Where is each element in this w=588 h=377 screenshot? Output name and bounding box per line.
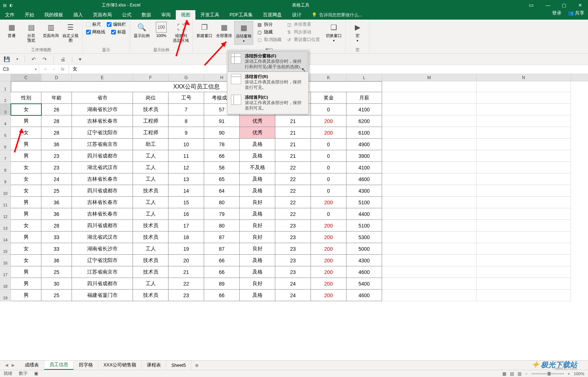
cell[interactable]: 男 (11, 278, 41, 290)
cell[interactable] (477, 104, 571, 115)
cell[interactable]: 91 (204, 115, 240, 127)
cell[interactable] (382, 255, 477, 266)
freeze-first-col-item[interactable]: 冻结首列(C)滚动工作表其余部分时，保持首列可见。 (228, 93, 308, 113)
freeze-panes-split-item[interactable]: 冻结拆分窗格(F)滚动工作表其余部分时，保持行和列可见(基于当前的选择)。 (228, 51, 308, 72)
login-link[interactable]: 登录 (552, 10, 561, 16)
cell[interactable]: 优秀 (240, 127, 275, 139)
cell[interactable]: 23 (275, 255, 311, 266)
cell[interactable]: 25 (41, 185, 72, 197)
column-header-N[interactable]: N (477, 74, 571, 81)
row-header[interactable]: 9 (0, 173, 11, 185)
cell[interactable]: 女 (11, 173, 41, 185)
cell[interactable]: 及格 (240, 173, 275, 185)
save-icon[interactable]: 💾 (4, 56, 10, 62)
zoom-in-icon[interactable]: + (568, 372, 570, 376)
cell[interactable]: 男 (11, 266, 41, 278)
cell[interactable] (477, 220, 571, 231)
cell[interactable] (477, 173, 571, 185)
cell[interactable]: 4400 (346, 208, 382, 220)
cell[interactable]: 及格 (240, 139, 275, 150)
ruler-checkbox[interactable]: 标尺 (85, 21, 102, 28)
pagebreak-preview-button[interactable]: ▤分页 预览 (22, 21, 41, 44)
cell[interactable]: 工号 (169, 92, 204, 104)
custom-views-button[interactable]: ☰自定义视图 (61, 21, 80, 44)
sheet-tab-田字格[interactable]: 田字格 (74, 361, 98, 370)
cell[interactable]: 87 (204, 243, 240, 255)
cell[interactable]: 30 (41, 278, 72, 290)
gridlines-checkbox[interactable]: 网格线 (85, 29, 107, 36)
cell[interactable]: 64 (204, 185, 240, 197)
tab-设计[interactable]: 设计 (287, 10, 307, 20)
sync-scroll-button[interactable]: ⇅同步滚动 (286, 29, 321, 36)
cell[interactable]: 200 (311, 127, 346, 139)
tab-文件[interactable]: 文件 (0, 10, 20, 20)
cell[interactable]: 21 (275, 139, 311, 150)
cell[interactable]: 0 (311, 208, 346, 220)
cell[interactable]: 男 (11, 150, 41, 162)
cell[interactable]: 66 (204, 266, 240, 278)
cell[interactable]: 工人 (133, 278, 169, 290)
cell[interactable]: 12 (169, 162, 204, 173)
normal-view-button[interactable]: ▦普通 (2, 21, 21, 39)
cell[interactable] (477, 231, 571, 243)
column-header-G[interactable]: G (169, 74, 204, 81)
cell[interactable]: 工人 (133, 173, 169, 185)
tab-页面布局[interactable]: 页面布局 (88, 10, 117, 20)
zoom-100-button[interactable]: 100100% (152, 21, 171, 39)
cell[interactable]: 湖北省武汉市 (72, 162, 133, 173)
freeze-panes-button[interactable]: ▦冻结窗格▾ (234, 21, 253, 45)
cell[interactable]: 5300 (346, 231, 382, 243)
cell[interactable]: 6200 (346, 115, 382, 127)
cell[interactable]: 23 (275, 231, 311, 243)
cell[interactable]: 男 (11, 139, 41, 150)
row-header[interactable]: 12 (0, 208, 11, 220)
cell[interactable]: 13 (169, 173, 204, 185)
cell[interactable]: 岗位 (133, 92, 169, 104)
cell[interactable]: 28 (41, 220, 72, 231)
cell[interactable]: 及格 (240, 185, 275, 197)
cell[interactable]: 工人 (133, 150, 169, 162)
cell[interactable]: 省市 (72, 92, 133, 104)
select-all-corner[interactable] (0, 74, 11, 81)
cell[interactable]: 奖金 (311, 92, 346, 104)
name-box[interactable]: C3 (0, 65, 39, 74)
cell[interactable]: 0 (311, 139, 346, 150)
cell[interactable]: 22 (275, 208, 311, 220)
cell[interactable] (382, 104, 477, 115)
minimize-button[interactable]: — (540, 0, 556, 10)
cell[interactable] (477, 197, 571, 208)
table-title-cell[interactable]: XXX公司员工信息 (11, 81, 382, 92)
tell-me-search[interactable]: 💡告诉我您想要做什么... (312, 10, 362, 20)
sheet-tab-员工信息[interactable]: 员工信息 (44, 361, 74, 370)
cell[interactable]: 80 (204, 197, 240, 208)
column-header-K[interactable]: K (311, 74, 346, 81)
cell[interactable]: 吉林省长春市 (72, 197, 133, 208)
cell[interactable] (477, 290, 571, 301)
column-header-D[interactable]: D (41, 74, 72, 81)
cell[interactable]: 5000 (346, 243, 382, 255)
cell[interactable]: 200 (311, 290, 346, 301)
cell[interactable]: 技术员 (133, 255, 169, 266)
restore-button[interactable]: ▢ (556, 0, 572, 10)
row-header[interactable]: 7 (0, 150, 11, 162)
cell[interactable]: 36 (41, 255, 72, 266)
cell[interactable]: 及格 (240, 255, 275, 266)
cell[interactable]: 14 (169, 185, 204, 197)
cell[interactable]: 22 (275, 197, 311, 208)
cell[interactable]: 200 (311, 243, 346, 255)
cell[interactable]: 15 (169, 197, 204, 208)
cell[interactable]: 四川省成都市 (72, 220, 133, 231)
cell[interactable]: 工人 (133, 243, 169, 255)
new-sheet-button[interactable]: ⊕ (191, 361, 202, 370)
cell[interactable] (382, 162, 477, 173)
cell[interactable] (382, 139, 477, 150)
tab-数据[interactable]: 数据 (137, 10, 156, 20)
status-record-icon[interactable]: ▣ (34, 371, 38, 376)
cell[interactable]: 24 (275, 278, 311, 290)
cell[interactable]: 4300 (346, 255, 382, 266)
cell[interactable]: 17 (169, 220, 204, 231)
cell[interactable]: 80 (204, 220, 240, 231)
tab-公式[interactable]: 公式 (117, 10, 137, 20)
cell[interactable]: 良好 (240, 197, 275, 208)
cell[interactable] (382, 208, 477, 220)
